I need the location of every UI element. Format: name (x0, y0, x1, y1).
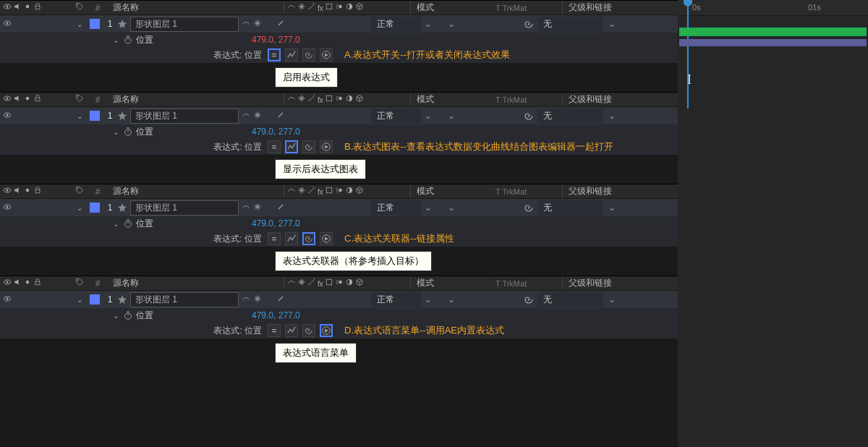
eye-icon[interactable] (3, 2, 12, 13)
3d-icon[interactable] (355, 94, 364, 105)
chevron-down-icon[interactable]: ⌄ (608, 111, 616, 121)
shy-icon[interactable] (287, 2, 296, 13)
layer-row[interactable]: ⌄ 1 形状图层 1 正常 ⌄ ⌄ 无 ⌄ (0, 199, 678, 216)
parent-column[interactable]: 父级和链接 (562, 1, 678, 14)
wand-icon[interactable] (307, 2, 316, 13)
expr-icon-menu[interactable] (320, 232, 333, 245)
stopwatch-icon[interactable] (123, 218, 136, 229)
motionblur-icon[interactable] (335, 94, 344, 105)
parent-dropdown[interactable]: 无 (537, 200, 603, 216)
twirl-down-icon[interactable]: ⌄ (72, 296, 87, 304)
parent-pickwhip-icon[interactable] (523, 110, 535, 122)
expr-icon-pickwhip[interactable] (302, 324, 315, 337)
expr-icon-toggle[interactable]: = (268, 48, 281, 61)
twirl-down-icon[interactable]: ⌄ (109, 220, 123, 228)
layer-color-swatch[interactable] (90, 203, 100, 213)
chevron-down-icon[interactable]: ⌄ (608, 203, 616, 213)
parent-dropdown[interactable]: 无 (537, 292, 603, 307)
frameblend-icon[interactable] (325, 186, 333, 197)
aster-cell-icon[interactable] (253, 203, 262, 213)
twirl-down-icon[interactable]: ⌄ (109, 128, 123, 136)
shy-cell-icon[interactable] (242, 19, 250, 30)
chevron-down-icon[interactable]: ⌄ (425, 294, 432, 305)
chevron-down-icon[interactable]: ⌄ (425, 111, 432, 121)
expr-icon-graph[interactable] (285, 232, 298, 245)
expr-icon-menu[interactable] (320, 48, 333, 61)
timeline-ruler[interactable]: 0s 01s (678, 0, 868, 16)
parent-pickwhip-icon[interactable] (523, 18, 535, 30)
playhead-icon[interactable] (684, 0, 692, 7)
expr-icon-toggle[interactable]: = (268, 232, 281, 245)
wand-icon[interactable] (307, 94, 316, 105)
motionblur-icon[interactable] (335, 186, 344, 197)
adjust-icon[interactable] (345, 2, 354, 13)
mode-column[interactable]: 模式 (410, 1, 490, 14)
visibility-eye-icon[interactable] (3, 203, 12, 213)
label-column-icon[interactable] (72, 186, 87, 197)
aster-cell-icon[interactable] (253, 294, 262, 305)
position-value[interactable]: 479.0, 277.0 (252, 35, 300, 45)
layer-name-field[interactable]: 形状图层 1 (130, 17, 239, 32)
wand-icon[interactable] (307, 278, 316, 289)
solo-icon[interactable] (23, 2, 32, 13)
shy-cell-icon[interactable] (242, 294, 250, 305)
lock-icon[interactable] (33, 278, 42, 289)
speaker-icon[interactable] (13, 2, 22, 13)
trkmat-dropdown[interactable]: ⌄ (448, 19, 455, 29)
stopwatch-icon[interactable] (123, 127, 136, 137)
chevron-down-icon[interactable]: ⌄ (425, 203, 432, 213)
slash-cell-icon[interactable] (276, 19, 285, 30)
twirl-down-icon[interactable]: ⌄ (109, 312, 123, 320)
shy-cell-icon[interactable] (242, 203, 250, 213)
aster-icon[interactable] (297, 94, 306, 105)
solo-icon[interactable] (23, 94, 32, 105)
expr-icon-graph[interactable] (285, 324, 298, 337)
wand-icon[interactable] (307, 186, 316, 197)
blend-mode-dropdown[interactable]: 正常 (371, 108, 422, 124)
aster-icon[interactable] (297, 278, 306, 289)
expr-icon-toggle[interactable]: = (268, 140, 281, 153)
layer-color-swatch[interactable] (90, 294, 100, 305)
adjust-icon[interactable] (345, 278, 354, 289)
position-value[interactable]: 479.0, 277.0 (252, 310, 300, 320)
expr-icon-graph[interactable] (285, 140, 298, 153)
stopwatch-icon[interactable] (123, 310, 136, 320)
trkmat-column[interactable]: T TrkMat (490, 95, 562, 104)
slash-cell-icon[interactable] (276, 111, 285, 122)
layer-bar-purple[interactable] (679, 39, 867, 46)
layer-name-field[interactable]: 形状图层 1 (130, 292, 239, 307)
aster-icon[interactable] (297, 186, 306, 197)
visibility-eye-icon[interactable] (3, 111, 12, 122)
twirl-down-icon[interactable]: ⌄ (72, 20, 87, 28)
source-name-column[interactable]: 源名称 (109, 277, 284, 289)
shy-icon[interactable] (287, 278, 296, 289)
parent-pickwhip-icon[interactable] (523, 294, 535, 305)
shy-icon[interactable] (287, 94, 296, 105)
expr-icon-menu[interactable] (320, 324, 333, 337)
stopwatch-icon[interactable] (123, 35, 136, 45)
expr-icon-toggle[interactable]: = (268, 324, 281, 337)
mode-column[interactable]: 模式 (410, 185, 490, 197)
visibility-eye-icon[interactable] (3, 19, 12, 30)
trkmat-dropdown[interactable]: ⌄ (448, 111, 455, 121)
eye-icon[interactable] (3, 186, 12, 197)
layer-name-field[interactable]: 形状图层 1 (130, 108, 239, 124)
adjust-icon[interactable] (345, 94, 354, 105)
position-value[interactable]: 479.0, 277.0 (252, 218, 300, 229)
label-column-icon[interactable] (72, 94, 87, 105)
fx-icon[interactable]: fx (318, 187, 323, 197)
3d-icon[interactable] (355, 186, 364, 197)
lock-icon[interactable] (33, 94, 42, 105)
source-name-column[interactable]: 源名称 (109, 185, 284, 197)
layer-bar-green[interactable] (679, 27, 867, 36)
speaker-icon[interactable] (13, 278, 22, 289)
twirl-down-icon[interactable]: ⌄ (72, 112, 87, 120)
layer-color-swatch[interactable] (90, 111, 100, 121)
aster-cell-icon[interactable] (253, 19, 262, 30)
chevron-down-icon[interactable]: ⌄ (608, 19, 616, 29)
expr-icon-pickwhip[interactable] (302, 232, 315, 245)
visibility-eye-icon[interactable] (3, 294, 12, 305)
speaker-icon[interactable] (13, 94, 22, 105)
3d-icon[interactable] (355, 278, 364, 289)
layer-row[interactable]: ⌄ 1 形状图层 1 正常 ⌄ ⌄ 无 ⌄ (0, 107, 678, 124)
